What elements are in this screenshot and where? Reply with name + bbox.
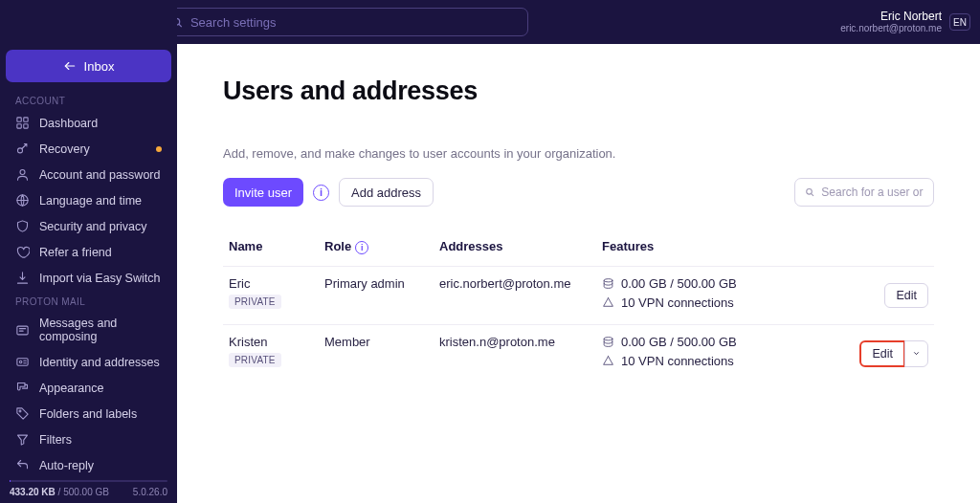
user-name-cell: Eric bbox=[229, 276, 313, 291]
shield-icon bbox=[15, 219, 30, 233]
reply-icon bbox=[15, 458, 30, 472]
inbox-label: Inbox bbox=[84, 59, 115, 74]
sidebar-item-label: Folders and labels bbox=[39, 407, 137, 421]
sidebar-footer: 433.20 KB / 500.00 GB 5.0.26.0 bbox=[0, 474, 177, 503]
private-tag: PRIVATE bbox=[229, 295, 281, 309]
edit-dropdown-button[interactable] bbox=[904, 340, 928, 367]
user-role-cell: Member bbox=[319, 324, 434, 383]
section-label: ACCOUNT bbox=[0, 90, 177, 110]
user-icon bbox=[15, 167, 30, 182]
svg-point-16 bbox=[604, 278, 612, 281]
card-icon bbox=[15, 355, 30, 369]
info-icon[interactable]: i bbox=[355, 241, 368, 254]
svg-rect-5 bbox=[17, 124, 21, 128]
svg-point-12 bbox=[19, 361, 22, 363]
sidebar-item-filters[interactable]: Filters bbox=[0, 426, 177, 452]
sidebar-item-security-privacy[interactable]: Security and privacy bbox=[0, 213, 177, 239]
page-subtitle: Add, remove, and make changes to user ac… bbox=[223, 146, 934, 161]
svg-point-14 bbox=[807, 189, 813, 195]
user-menu[interactable]: Eric Norbert eric.norbert@proton.me bbox=[840, 10, 942, 34]
sidebar-item-folders[interactable]: Folders and labels bbox=[0, 401, 177, 426]
sidebar-item-import[interactable]: Import via Easy Switch bbox=[0, 265, 177, 291]
section-label: PROTON MAIL bbox=[0, 291, 177, 311]
edit-button[interactable]: Edit bbox=[859, 340, 905, 367]
storage-progress bbox=[10, 480, 167, 482]
private-tag: PRIVATE bbox=[229, 353, 281, 367]
svg-rect-3 bbox=[17, 118, 21, 121]
sidebar-item-language-time[interactable]: Language and time bbox=[0, 187, 177, 213]
heart-icon bbox=[15, 245, 30, 259]
svg-line-15 bbox=[812, 194, 813, 196]
svg-rect-4 bbox=[24, 118, 28, 121]
sidebar-item-label: Account and password bbox=[39, 168, 160, 182]
search-icon bbox=[805, 186, 814, 198]
paint-icon bbox=[15, 381, 30, 395]
key-icon bbox=[15, 142, 30, 156]
sidebar-item-refer[interactable]: Refer a friend bbox=[0, 239, 177, 265]
svg-point-13 bbox=[19, 410, 21, 412]
sidebar-item-label: Recovery bbox=[39, 142, 90, 156]
sidebar-item-label: Security and privacy bbox=[39, 220, 147, 233]
notification-dot bbox=[156, 146, 162, 152]
sidebar-item-label: Import via Easy Switch bbox=[39, 272, 160, 285]
svg-point-17 bbox=[604, 337, 612, 339]
sidebar-item-label: Auto-reply bbox=[39, 459, 94, 472]
sidebar-item-label: Refer a friend bbox=[39, 246, 112, 259]
sidebar-item-dashboard[interactable]: Dashboard bbox=[0, 110, 177, 136]
sidebar-item-account-password[interactable]: Account and password bbox=[0, 162, 177, 187]
sidebar-item-label: Language and time bbox=[39, 194, 142, 208]
col-role: Rolei bbox=[319, 231, 434, 266]
settings-search[interactable] bbox=[161, 8, 528, 36]
edit-button[interactable]: Edit bbox=[884, 283, 928, 308]
sidebar-item-label: Messages and composing bbox=[39, 317, 162, 343]
sidebar-item-auto-reply[interactable]: Auto-reply bbox=[0, 452, 177, 474]
user-name: Eric Norbert bbox=[840, 10, 942, 23]
user-search[interactable] bbox=[794, 178, 934, 207]
sidebar-item-appearance[interactable]: Appearance bbox=[0, 375, 177, 401]
col-name: Name bbox=[223, 231, 319, 266]
invite-user-button[interactable]: Invite user bbox=[223, 178, 303, 207]
back-to-inbox-button[interactable]: Inbox bbox=[6, 50, 171, 82]
import-icon bbox=[15, 271, 30, 285]
svg-rect-11 bbox=[17, 359, 28, 366]
funnel-icon bbox=[15, 432, 30, 447]
svg-line-1 bbox=[179, 24, 182, 27]
storage-feature: 0.00 GB / 500.00 GB bbox=[602, 276, 842, 291]
col-features: Features bbox=[596, 231, 848, 266]
user-search-input[interactable] bbox=[821, 186, 924, 199]
svg-point-8 bbox=[20, 170, 25, 175]
globe-icon bbox=[15, 193, 30, 208]
vpn-feature: 10 VPN connections bbox=[602, 354, 842, 368]
user-address-cell: kristen.n@proton.me bbox=[434, 324, 596, 383]
tag-icon bbox=[15, 406, 30, 421]
page-title: Users and addresses bbox=[223, 77, 934, 106]
sidebar-item-label: Filters bbox=[39, 433, 72, 447]
storage-text: 433.20 KB / 500.00 GB bbox=[10, 487, 109, 497]
compose-icon bbox=[15, 323, 30, 338]
app-version: 5.0.26.0 bbox=[133, 487, 167, 497]
user-name-cell: Kristen bbox=[229, 335, 313, 349]
svg-rect-10 bbox=[17, 326, 28, 335]
add-address-button[interactable]: Add address bbox=[339, 178, 434, 207]
vpn-feature: 10 VPN connections bbox=[602, 295, 842, 310]
info-icon[interactable]: i bbox=[313, 185, 329, 201]
user-address-cell: eric.norbert@proton.me bbox=[434, 266, 596, 324]
col-addresses: Addresses bbox=[434, 231, 596, 266]
storage-feature: 0.00 GB / 500.00 GB bbox=[602, 335, 842, 349]
table-row: EricPRIVATE Primary admin eric.norbert@p… bbox=[223, 266, 934, 324]
user-role-cell: Primary admin bbox=[319, 266, 434, 324]
sidebar-item-label: Appearance bbox=[39, 382, 103, 395]
sidebar-item-identity[interactable]: Identity and addresses bbox=[0, 349, 177, 375]
users-table: Name Rolei Addresses Features EricPRIVAT… bbox=[223, 231, 934, 383]
svg-rect-6 bbox=[24, 124, 28, 128]
sidebar-item-recovery[interactable]: Recovery bbox=[0, 136, 177, 162]
settings-search-input[interactable] bbox=[190, 15, 518, 30]
language-badge[interactable]: EN bbox=[949, 13, 970, 31]
sidebar-item-label: Identity and addresses bbox=[39, 356, 160, 369]
table-row: KristenPRIVATE Member kristen.n@proton.m… bbox=[223, 324, 934, 383]
grid-icon bbox=[15, 116, 30, 130]
user-email: eric.norbert@proton.me bbox=[840, 23, 942, 34]
sidebar-item-messages[interactable]: Messages and composing bbox=[0, 311, 177, 349]
sidebar-item-label: Dashboard bbox=[39, 117, 98, 130]
arrow-left-icon bbox=[63, 59, 77, 73]
